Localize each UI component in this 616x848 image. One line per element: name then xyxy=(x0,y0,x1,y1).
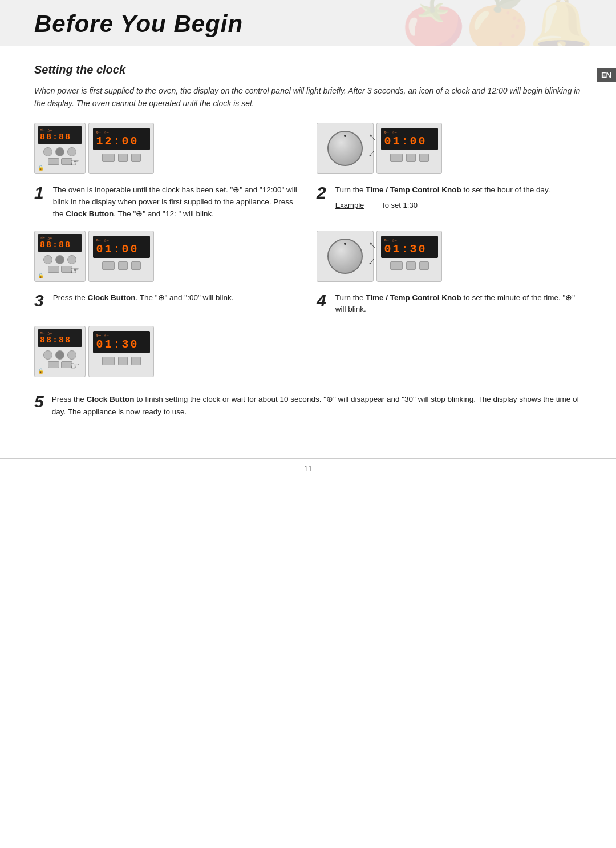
step3-ld-btn-3 xyxy=(131,261,141,270)
ld-btn-1 xyxy=(102,154,115,162)
language-badge: EN xyxy=(597,68,616,82)
step-3-text-block: 3 Press the Clock Button. The "⊕" and ":… xyxy=(34,292,299,309)
step-4-number: 4 xyxy=(317,292,326,309)
header-banner: Before You Begin 🍅🍊🔔 xyxy=(0,0,616,46)
step3-touch-icon: ☞ xyxy=(70,264,79,277)
knob-wrap: ↑ ↓ xyxy=(327,131,363,166)
steps-row-3-4: ⊙⊢ △← 88:88 🔒 ☞ xyxy=(34,231,582,316)
step-3-text: Press the Clock Button. The "⊕" and ":00… xyxy=(53,292,234,304)
step5-btn-2 xyxy=(55,350,64,360)
step5-touch-icon: ☞ xyxy=(70,360,79,372)
step3-lds-top: ⊙⊢ △← xyxy=(96,238,147,243)
intro-paragraph: When power is first supplied to the oven… xyxy=(34,84,582,110)
step5-panel-btns xyxy=(43,350,76,360)
step-5-illustrations: ⊙⊢ △← 88:88 🔒 ☞ ⊙⊢ △← 01:30 xyxy=(34,326,285,377)
step3-ld-btn-1 xyxy=(102,261,115,270)
step2-ld-btn-3 xyxy=(419,154,429,162)
step-2-number: 2 xyxy=(317,184,326,201)
step-2-text-block: 2 Turn the Time / Temp Control Knob to s… xyxy=(317,184,582,211)
step-2-block: ↑ ↓ ⊙⊢ △← 01:00 xyxy=(317,123,582,220)
example-line: Example To set 1:30 xyxy=(335,200,550,211)
time-temp-knob-bold-2: Time / Temp Control Knob xyxy=(366,293,461,302)
step-5-oven-panel: ⊙⊢ △← 88:88 🔒 ☞ xyxy=(34,326,86,377)
step-1-text-block: 1 The oven is inoperable until the clock… xyxy=(34,184,299,220)
step-5-text: Press the Clock Button to finish setting… xyxy=(52,393,582,418)
step4-knob-wrap: ↑ ↓ xyxy=(327,239,363,274)
touch-finger-icon: ☞ xyxy=(70,156,79,169)
example-label: Example xyxy=(335,200,364,211)
step3-ld-btn-2 xyxy=(118,261,128,270)
step-1-display-panel: ⊙⊢ △← 12:00 xyxy=(88,123,154,174)
panel-btn-1 xyxy=(43,147,52,156)
step-2-text: Turn the Time / Temp Control Knob to set… xyxy=(335,184,550,211)
step5-lock-icon: 🔒 xyxy=(38,368,44,374)
step3-bottom-btns xyxy=(48,266,72,273)
step-5-text-row: 5 Press the Clock Button to finish setti… xyxy=(34,393,582,418)
ld-btn-3 xyxy=(131,154,141,162)
step-3-display-panel: ⊙⊢ △← 01:00 xyxy=(88,231,154,282)
step-2-illustrations: ↑ ↓ ⊙⊢ △← 01:00 xyxy=(317,123,582,174)
step-1-text: The oven is inoperable until the clock h… xyxy=(53,184,299,220)
time-temp-knob-bold-1: Time / Temp Control Knob xyxy=(366,185,461,194)
knob-dot xyxy=(344,135,346,137)
lds-digits: 12:00 xyxy=(96,135,147,148)
page-footer: 11 xyxy=(0,458,616,473)
step-5-display-main: ⊙⊢ △← 88:88 xyxy=(38,329,82,347)
clock-button-bold-3: Clock Button xyxy=(86,395,134,403)
step5-lds-top: ⊙⊢ △← xyxy=(96,333,147,338)
panel-buttons-row1 xyxy=(43,147,76,156)
lock-icon: 🔒 xyxy=(38,165,44,171)
step5-display-digits: 88:88 xyxy=(40,336,80,345)
step4-ld-btn-1 xyxy=(390,261,403,270)
step4-ld-btn-2 xyxy=(406,261,416,270)
step2-ld-btn-1 xyxy=(390,154,403,162)
step4-ld-btns xyxy=(390,261,429,270)
step-4-knob-panel: ↑ ↓ xyxy=(317,231,374,282)
lds-top-icons: ⊙⊢ △← xyxy=(96,130,147,135)
step-5-display-panel: ⊙⊢ △← 01:30 xyxy=(88,326,154,377)
step5-btn-1 xyxy=(43,350,52,360)
display-top-icons: ⊙⊢ △← xyxy=(40,128,80,132)
step-4-display-panel: ⊙⊢ △← 01:30 xyxy=(376,231,442,282)
step5-ld-btn-3 xyxy=(131,357,141,365)
step2-lds-top: ⊙⊢ △← xyxy=(384,130,435,135)
step4-knob-dot xyxy=(344,243,346,245)
step-3-number: 3 xyxy=(34,292,44,309)
panel-btn-3 xyxy=(67,147,76,156)
step-1-display-main: ⊙⊢ △← 88:88 xyxy=(38,126,82,144)
ld-btn-2 xyxy=(118,154,128,162)
step5-ld-btns xyxy=(102,357,141,365)
step4-lds-top: ⊙⊢ △← xyxy=(384,238,435,243)
step-4-screen: ⊙⊢ △← 01:30 xyxy=(381,236,438,258)
step-4-text: Turn the Time / Temp Control Knob to set… xyxy=(335,292,582,316)
display-digits: 88:88 xyxy=(40,132,80,142)
clock-button-bold-1: Clock Button xyxy=(66,209,114,218)
step3-lock-icon: 🔒 xyxy=(38,273,44,278)
step-4-block: ↑ ↓ ⊙⊢ △← 01:30 xyxy=(317,231,582,316)
clock-button-bold-2: Clock Button xyxy=(87,293,135,302)
step5-bottom-btns xyxy=(48,361,72,368)
step-5-number: 5 xyxy=(34,393,44,410)
page-number: 11 xyxy=(304,465,312,473)
step3-btn-3 xyxy=(67,255,76,264)
step3-display-digits: 88:88 xyxy=(40,240,80,250)
step-3-oven-panel: ⊙⊢ △← 88:88 🔒 ☞ xyxy=(34,231,86,282)
panel-buttons-row2 xyxy=(48,158,72,165)
rotation-arrows: ↑ ↓ xyxy=(369,131,375,159)
steps-row-1-2: ⊙⊢ △← 88:88 🔒 ☞ xyxy=(34,123,582,220)
step4-rotation-arrows: ↑ ↓ xyxy=(369,239,375,267)
step3-btn-2 xyxy=(55,255,64,264)
step2-lds-digits: 01:00 xyxy=(384,135,435,148)
step-5-screen: ⊙⊢ △← 01:30 xyxy=(93,331,150,353)
step-3-block: ⊙⊢ △← 88:88 🔒 ☞ xyxy=(34,231,299,316)
step2-ld-buttons xyxy=(390,154,429,162)
step-1-number: 1 xyxy=(34,184,44,201)
step3-rect-1 xyxy=(48,266,59,273)
panel-rect-btn-1 xyxy=(48,158,59,165)
step-2-knob-panel: ↑ ↓ xyxy=(317,123,374,174)
step-3-illustrations: ⊙⊢ △← 88:88 🔒 ☞ xyxy=(34,231,299,282)
step-4-text-block: 4 Turn the Time / Temp Control Knob to s… xyxy=(317,292,582,316)
step3-panel-btns xyxy=(43,255,76,264)
page-title: Before You Begin xyxy=(34,10,582,38)
step-4-illustrations: ↑ ↓ ⊙⊢ △← 01:30 xyxy=(317,231,582,282)
